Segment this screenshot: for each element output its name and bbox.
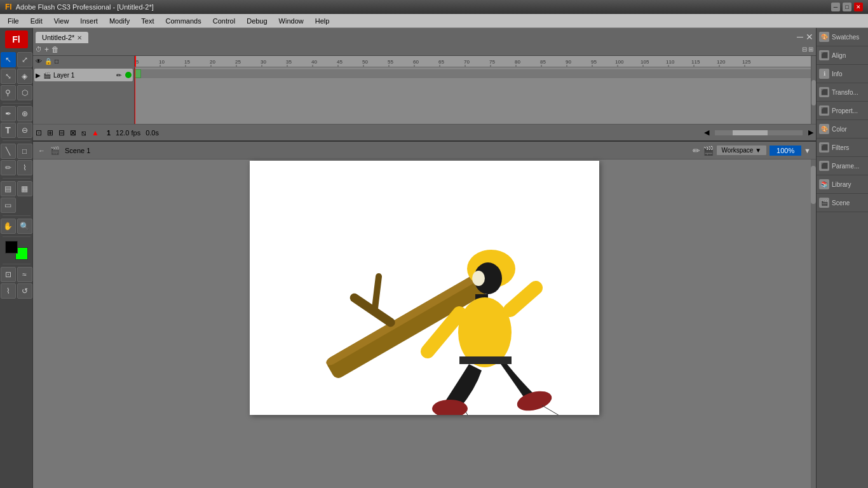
lock-icon[interactable]: 🔒 <box>44 58 52 65</box>
svg-text:50: 50 <box>362 59 368 65</box>
stage-vscrollbar-thumb[interactable] <box>811 166 816 204</box>
expand-all-btn[interactable]: ⊟ <box>802 46 807 53</box>
zoom-input[interactable] <box>770 146 801 156</box>
separator-4 <box>3 215 31 216</box>
h-scrollbar-thumb[interactable] <box>733 130 768 135</box>
outline-icon[interactable]: □ <box>55 58 58 65</box>
pencil-tool[interactable]: ✏ <box>1 160 16 175</box>
menu-commands[interactable]: Commands <box>160 16 206 26</box>
layer-edit-icon[interactable]: ✏ <box>116 72 121 79</box>
stage-nav-back[interactable]: ← <box>38 147 45 154</box>
svg-text:30: 30 <box>261 59 266 65</box>
timeline-vscrollbar[interactable] <box>811 67 816 124</box>
stage-canvas: Kaki Kiri Kaki Kanan Kaki Kiri Kaki Kana… <box>250 161 599 415</box>
selection-tool[interactable]: ↖ <box>1 52 16 67</box>
panel-properties[interactable]: ⬛ Propert... <box>817 102 868 120</box>
eye-icon[interactable]: 👁 <box>36 58 42 65</box>
collapse-btn[interactable]: ⊞ <box>808 46 813 53</box>
menu-view[interactable]: View <box>49 16 74 26</box>
minimize-button[interactable]: ─ <box>831 3 840 11</box>
layer-name[interactable]: Layer 1 <box>53 72 114 79</box>
svg-rect-63 <box>459 356 512 364</box>
line-tool[interactable]: ╲ <box>1 144 16 159</box>
straighten-tool[interactable]: ⌇ <box>1 283 16 299</box>
close-button[interactable]: ✕ <box>854 3 863 11</box>
timeline-vscrollbar-thumb[interactable] <box>811 80 816 105</box>
edit-mult-frames-icon[interactable]: ⊠ <box>70 128 76 137</box>
snap-tool[interactable]: ⊡ <box>1 267 16 282</box>
menu-file[interactable]: File <box>3 16 24 26</box>
freetransform-tool[interactable]: ⤡ <box>1 69 16 84</box>
layer-row: ▶ 🎬 Layer 1 ✏ <box>34 69 133 81</box>
zoom-dropdown-icon[interactable]: ▼ <box>804 147 811 154</box>
layer-expand-icon[interactable]: ▶ <box>36 72 41 79</box>
svg-rect-51 <box>250 161 599 415</box>
gradient-tool[interactable]: ◈ <box>17 69 32 84</box>
onion-skin-icon[interactable]: ⊞ <box>47 128 53 137</box>
scroll-right-btn[interactable]: ▶ <box>808 128 813 137</box>
panel-library[interactable]: 📚 Library <box>817 175 868 194</box>
inkbucket-tool[interactable]: ▤ <box>1 181 16 196</box>
center-frame-icon[interactable]: ⊡ <box>36 128 42 137</box>
menu-debug[interactable]: Debug <box>241 16 272 26</box>
menu-edit[interactable]: Edit <box>25 16 48 26</box>
menu-modify[interactable]: Modify <box>104 16 135 26</box>
menu-window[interactable]: Window <box>274 16 309 26</box>
menu-control[interactable]: Control <box>208 16 240 26</box>
brush-tool[interactable]: ⌇ <box>17 160 32 175</box>
h-scrollbar[interactable] <box>714 130 803 136</box>
edit-mode-icon[interactable]: ✏ <box>693 146 700 156</box>
rotate-tool[interactable]: ↺ <box>17 283 32 299</box>
smooth-tool[interactable]: ≈ <box>17 267 32 282</box>
onion-outlines-icon[interactable]: ⊟ <box>58 128 65 137</box>
subselection-tool[interactable]: ⤢ <box>17 52 32 67</box>
remove-anchor[interactable]: ⊖ <box>17 123 32 138</box>
zoom-tool[interactable]: 🔍 <box>17 219 32 234</box>
panel-align[interactable]: ⬛ Align <box>817 46 868 65</box>
panel-transform[interactable]: ⬛ Transfo... <box>817 83 868 102</box>
tab-close-button[interactable]: ✕ <box>77 34 82 41</box>
tab-min-icon[interactable]: ─ <box>797 32 803 42</box>
right-panel: 🎨 Swatches ⬛ Align ℹ Info ⬛ Transfo... ⬛… <box>816 28 868 488</box>
movie-clip-icon[interactable]: 🎬 <box>703 146 714 156</box>
tab-label: Untitled-2* <box>42 34 74 41</box>
svg-text:55: 55 <box>388 59 393 65</box>
menu-text[interactable]: Text <box>136 16 159 26</box>
modify-onion-icon[interactable]: ⧅ <box>81 128 86 137</box>
scroll-left-btn[interactable]: ◀ <box>704 128 709 137</box>
workspace-button[interactable]: Workspace ▼ <box>716 145 768 156</box>
eraser-tool[interactable]: ▭ <box>1 198 16 213</box>
panel-filters[interactable]: ⬛ Filters <box>817 139 868 157</box>
svg-text:5: 5 <box>136 59 139 65</box>
app-icon: Fl <box>5 3 12 11</box>
tab-close-icon[interactable]: ✕ <box>806 32 813 42</box>
maximize-button[interactable]: □ <box>843 3 851 11</box>
menu-help[interactable]: Help <box>310 16 335 26</box>
svg-text:105: 105 <box>641 59 649 65</box>
add-anchor[interactable]: ⊕ <box>17 106 32 121</box>
ruler-scrollbar[interactable] <box>811 56 816 67</box>
color-swatches[interactable] <box>5 241 28 260</box>
eyedropper-tool[interactable]: ▦ <box>17 181 32 196</box>
poly-tool[interactable]: ⬡ <box>17 85 32 100</box>
panel-parameters[interactable]: ⬛ Parame... <box>817 157 868 175</box>
svg-text:25: 25 <box>235 59 241 65</box>
lasso-tool[interactable]: ⚲ <box>1 85 16 100</box>
hand-tool[interactable]: ✋ <box>1 219 16 234</box>
pen-tool[interactable]: ✒ <box>1 106 16 121</box>
rect-tool[interactable]: □ <box>17 144 32 159</box>
document-tab[interactable]: Untitled-2* ✕ <box>36 32 88 43</box>
new-layer-btn[interactable]: + <box>44 45 49 54</box>
menu-insert[interactable]: Insert <box>75 16 103 26</box>
delete-layer-btn[interactable]: 🗑 <box>51 45 59 54</box>
workspace-label: Workspace <box>722 147 754 154</box>
panel-swatches[interactable]: 🎨 Swatches <box>817 28 868 46</box>
panel-info[interactable]: ℹ Info <box>817 65 868 83</box>
separator-6 <box>3 264 31 264</box>
svg-text:75: 75 <box>489 59 495 65</box>
panel-scene[interactable]: 🎬 Scene <box>817 194 868 212</box>
text-tool[interactable]: T <box>1 123 16 138</box>
transform-label: Transfo... <box>832 89 858 96</box>
stage-vscrollbar[interactable] <box>811 159 816 488</box>
panel-color[interactable]: 🎨 Color <box>817 120 868 139</box>
